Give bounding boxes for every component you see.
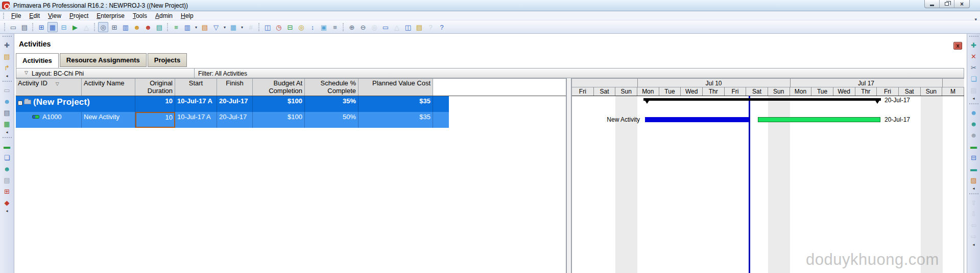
toolbar-drag-handle[interactable] <box>94 23 95 31</box>
resource-list-icon[interactable]: ≡ <box>330 22 340 32</box>
open-project-icon[interactable]: ▤ <box>2 51 13 62</box>
wbs-icon[interactable]: ❏ <box>2 152 13 163</box>
columns-dropdown-icon[interactable]: ▾ <box>194 22 199 32</box>
cut-icon[interactable]: ✂ <box>968 62 979 73</box>
projects-window-icon[interactable]: ▥ <box>121 22 131 32</box>
bars-icon[interactable]: ▤ <box>200 22 210 32</box>
add-icon[interactable]: ✚ <box>968 40 979 51</box>
move-right-icon[interactable]: ⇨ <box>968 231 979 242</box>
drag-handle[interactable] <box>3 36 12 39</box>
summary-bar[interactable] <box>643 98 881 101</box>
zoom-100-icon[interactable]: ◎ <box>369 22 379 32</box>
activity-id-cell[interactable]: A1000 <box>16 112 82 128</box>
group-dropdown-icon[interactable]: ▾ <box>240 22 245 32</box>
table-gantt-splitter[interactable] <box>566 78 572 273</box>
group-planned-value-cell[interactable]: $35 <box>358 96 433 112</box>
resources-icon[interactable]: ☻ <box>2 96 13 107</box>
obs-window-icon[interactable]: ☻ <box>143 22 153 32</box>
activities-icon[interactable]: ▬ <box>2 141 13 152</box>
menu-item[interactable]: Project <box>65 12 92 20</box>
help-icon[interactable]: ? <box>425 22 436 32</box>
relationships-icon[interactable]: ⊟ <box>285 22 295 32</box>
resources-window-icon[interactable]: ☻ <box>132 22 142 32</box>
tab-projects[interactable]: Projects <box>148 53 187 67</box>
zoom-in-icon[interactable]: ⊕ <box>347 22 357 32</box>
expenses-icon[interactable]: ⊞ <box>2 186 13 197</box>
close-button[interactable]: × <box>954 0 969 8</box>
notebook-icon[interactable]: ▤ <box>414 22 424 32</box>
remaining-work-bar[interactable] <box>758 117 880 122</box>
delete-icon[interactable]: ✕ <box>968 51 979 62</box>
restore-button[interactable] <box>940 0 954 8</box>
column-header-activity-name[interactable]: Activity Name <box>82 79 135 96</box>
drag-handle[interactable] <box>969 103 978 106</box>
level-resources-icon[interactable]: ↕ <box>307 22 318 32</box>
collapse-icon[interactable]: ◂ <box>968 186 979 191</box>
wbs-window-icon[interactable]: ⊞ <box>109 22 119 32</box>
zoom-out-icon[interactable]: ⊖ <box>358 22 368 32</box>
collapse-all-icon[interactable]: △ <box>392 22 402 32</box>
column-header-original-duration[interactable]: Original Duration <box>135 79 175 96</box>
original-duration-cell-selected[interactable]: 10 <box>135 112 175 128</box>
column-header-planned-value-cost[interactable]: Planned Value Cost <box>358 79 433 96</box>
panel-close-button[interactable]: x <box>953 42 962 50</box>
data-date-line[interactable] <box>749 96 750 273</box>
column-header-schedule-pct-complete[interactable]: Schedule % Complete <box>305 79 358 96</box>
trace-logic-icon[interactable]: ⊟ <box>59 22 69 32</box>
activities-window-icon[interactable]: ◎ <box>98 22 108 32</box>
columns-icon[interactable]: ▥ <box>182 22 193 32</box>
tab-resource-assignments[interactable]: Resource Assignments <box>60 53 147 67</box>
menu-drag-handle[interactable] <box>3 13 5 19</box>
table-row-group[interactable]: -(New Project) 10 10-Jul-17 A 20-Jul-17 … <box>16 96 449 112</box>
assign-activity-code-icon[interactable]: ▬ <box>968 141 979 152</box>
assign-predecessor-icon[interactable]: ⊟ <box>968 152 979 163</box>
menu-item[interactable]: Help <box>177 12 198 20</box>
move-up-icon[interactable]: ⇧ <box>968 197 979 208</box>
menu-item[interactable]: Enterprise <box>92 12 129 20</box>
assign-successor-icon[interactable]: ▬ <box>968 164 979 174</box>
schedule-pct-cell[interactable]: 50% <box>305 112 358 128</box>
copy-project-icon[interactable]: ▣ <box>319 22 329 32</box>
collapse-expand-icon[interactable]: - <box>18 101 22 105</box>
column-header-start[interactable]: Start <box>175 79 217 96</box>
menu-item[interactable]: Tools <box>129 12 151 20</box>
tracking-icon[interactable]: ▦ <box>2 119 13 129</box>
drag-handle[interactable] <box>3 137 12 140</box>
finish-cell[interactable]: 20-Jul-17 <box>217 112 253 128</box>
import-icon[interactable]: ↱ <box>2 62 13 73</box>
activity-steps-icon[interactable]: ▨ <box>968 175 979 186</box>
print-preview-icon[interactable]: ▭ <box>8 22 18 32</box>
group-sort-icon[interactable]: ≡ <box>171 22 181 32</box>
toolbar-drag-handle[interactable] <box>167 23 169 31</box>
menu-item[interactable]: View <box>44 12 65 20</box>
chevron-down-icon[interactable]: ▽ <box>25 70 28 75</box>
table-row-activity[interactable]: A1000 New Activity 10 10-Jul-17 A 20-Jul… <box>16 112 449 128</box>
split-view-icon[interactable]: ◫ <box>403 22 413 32</box>
wps-docs-window-icon[interactable]: ▤ <box>154 22 164 32</box>
projects-folder-icon[interactable]: ▭ <box>2 85 13 96</box>
menu-item[interactable]: Edit <box>25 12 44 20</box>
activity-name-cell[interactable]: New Activity <box>82 112 135 128</box>
layout-icon[interactable]: ▦ <box>47 22 58 32</box>
risks-icon[interactable]: ◆ <box>2 197 13 208</box>
collapse-icon[interactable]: ◂ <box>968 242 979 247</box>
toolbar-drag-handle[interactable] <box>32 23 34 31</box>
filters-icon[interactable]: ▽ <box>211 22 221 32</box>
assign-resource-by-role-icon[interactable]: ☻ <box>968 119 979 129</box>
group-name-cell[interactable]: -(New Project) <box>16 96 135 112</box>
planned-value-cell[interactable]: $35 <box>358 112 433 128</box>
table-view-icon[interactable]: ⊞ <box>36 22 46 32</box>
tab-activities[interactable]: Activities <box>16 53 59 68</box>
group-original-duration-cell[interactable]: 10 <box>135 96 175 112</box>
toolbar-drag-handle[interactable] <box>343 23 344 31</box>
toolbar-drag-handle[interactable] <box>4 23 6 31</box>
toolbar-drag-handle[interactable] <box>258 23 260 31</box>
assignments-icon[interactable]: ☻ <box>2 164 13 174</box>
start-cell[interactable]: 10-Jul-17 A <box>175 112 217 128</box>
drag-handle[interactable] <box>969 36 978 39</box>
progress-line-icon[interactable]: ▶ <box>70 22 80 32</box>
activity-details-icon[interactable]: ◫ <box>262 22 273 32</box>
collapse-icon[interactable]: ◂ <box>968 96 979 101</box>
collapse-icon[interactable]: ◂ <box>2 209 13 214</box>
minimize-button[interactable] <box>925 0 940 8</box>
